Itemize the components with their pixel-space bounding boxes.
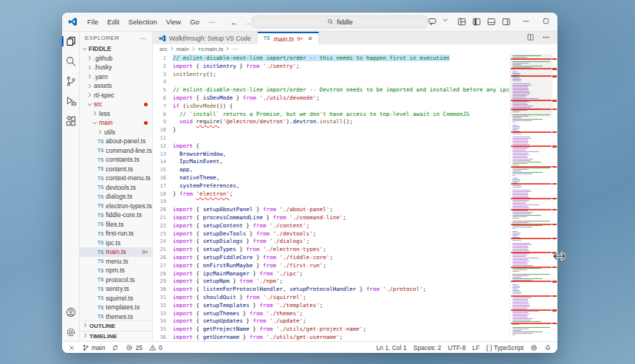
sidebar-item-menu-ts[interactable]: TSmenu.ts — [80, 257, 152, 267]
code-line[interactable]: 4 — [153, 78, 509, 86]
sidebar-item-github[interactable]: .github — [80, 54, 152, 63]
sidebar-item-main-ts[interactable]: TSmain.ts9+ — [80, 247, 152, 257]
sidebar-item-ipc-ts[interactable]: TSipc.ts — [80, 238, 152, 248]
code-line[interactable]: 22import { setupContent } from './conten… — [153, 222, 509, 230]
sidebar-item-files-ts[interactable]: TSfiles.ts — [80, 220, 152, 230]
sidebar-item-src[interactable]: src — [80, 100, 152, 109]
sidebar-item-context-menu-ts[interactable]: TScontext-menu.ts — [80, 174, 152, 183]
status-spaces-2[interactable]: Spaces: 2 — [413, 344, 442, 351]
status-ln-1-col-1[interactable]: Ln 1, Col 1 — [377, 344, 407, 351]
sidebar-item-fiddle[interactable]: FIDDLE — [80, 44, 152, 54]
code-line[interactable]: 7if (isDevMode()) { — [153, 103, 509, 111]
menu-selection[interactable]: Selection — [124, 16, 162, 27]
menu-more[interactable]: ⋯ — [204, 16, 220, 27]
breadcrumb-item-src[interactable]: src — [159, 46, 168, 52]
forward-button[interactable]: → — [244, 18, 252, 27]
sidebar-item-devtools-ts[interactable]: TSdevtools.ts — [80, 183, 152, 193]
code-line[interactable]: 31import { shouldQuit } from './squirrel… — [153, 294, 509, 302]
menu-view[interactable]: View — [162, 16, 185, 27]
sidebar-item-rtl-spec[interactable]: rtl-spec — [80, 91, 152, 100]
code-line[interactable]: 9 void require('@electron/devtron').devt… — [153, 118, 509, 126]
minimap-slider[interactable] — [510, 54, 552, 117]
code-line[interactable]: 26import { setupFiddleCore } from './fid… — [153, 254, 509, 262]
status-sync-icon[interactable] — [111, 344, 119, 351]
menu-edit[interactable]: Edit — [103, 16, 123, 27]
code-line[interactable]: 35import { getProjectName } from './util… — [153, 326, 509, 334]
sidebar-item-templates-ts[interactable]: TStemplates.ts — [80, 303, 152, 312]
code-line[interactable]: 30import { listenForProtocolHandler, set… — [153, 286, 509, 294]
code-line[interactable]: 6import { isDevMode } from './utils/devm… — [153, 95, 509, 103]
sidebar-item-themes-ts[interactable]: TSthemes.ts — [80, 312, 152, 321]
code-line[interactable]: 23import { setupDevTools } from './devto… — [153, 230, 509, 238]
status-lf[interactable]: LF — [473, 344, 480, 351]
sidebar-item-utils[interactable]: utils — [80, 128, 152, 137]
code-line[interactable]: 17 systemPreferences, — [153, 182, 509, 190]
breadcrumb-item-main-ts[interactable]: TSmain.ts — [198, 46, 223, 52]
maximize-icon[interactable] — [542, 17, 552, 27]
sidebar-item-protocol-ts[interactable]: TSprotocol.ts — [80, 275, 152, 285]
minimap[interactable] — [509, 54, 552, 341]
close-tab-icon[interactable]: ✕ — [308, 35, 313, 42]
code-line[interactable]: 13 BrowserWindow, — [153, 151, 509, 159]
code-line[interactable]: 18} from 'electron'; — [153, 190, 509, 199]
toggle-primary-sidebar-icon[interactable] — [472, 17, 481, 27]
extensions-icon[interactable] — [65, 115, 77, 127]
code-line[interactable]: 36import { getUsername } from './utils/g… — [153, 334, 509, 341]
sidebar-item-yarn[interactable]: .yarn — [80, 72, 152, 82]
more-actions-icon[interactable] — [542, 33, 552, 43]
sidebar-item-electron-types-ts[interactable]: TSelectron-types.ts — [80, 202, 152, 211]
status-typescript[interactable]: { } TypeScript — [487, 344, 524, 351]
sidebar-item-squirrel-ts[interactable]: TSsquirrel.ts — [80, 294, 152, 303]
sidebar-more-actions[interactable]: ⋯ — [140, 35, 147, 42]
code-line[interactable]: 8 // `install` returns a Promise, but we… — [153, 111, 509, 119]
code-line[interactable]: 1// eslint-disable-next-line import/orde… — [153, 55, 509, 63]
toggle-panel-icon[interactable] — [487, 17, 496, 27]
sidebar-item-main[interactable]: main — [80, 118, 152, 128]
sidebar-item-fiddle-core-ts[interactable]: TSfiddle-core.ts — [80, 210, 152, 220]
status-utf-8[interactable]: UTF-8 — [448, 344, 466, 351]
source-control-icon[interactable] — [65, 75, 77, 87]
back-button[interactable]: ← — [230, 18, 238, 27]
sidebar-item-first-run-ts[interactable]: TSfirst-run.ts — [80, 229, 152, 238]
code-line[interactable]: 24import { setupDialogs } from './dialog… — [153, 238, 509, 246]
code-line[interactable]: 15 app, — [153, 166, 509, 174]
sidebar-item-command-line-ts[interactable]: TScommand-line.ts — [80, 146, 152, 156]
sidebar-item-sentry-ts[interactable]: TSsentry.ts — [80, 284, 152, 294]
code-line[interactable]: 32import { setupTemplates } from './temp… — [153, 302, 509, 310]
sidebar-item-about-panel-ts[interactable]: TSabout-panel.ts — [80, 137, 152, 146]
toggle-secondary-sidebar-icon[interactable] — [501, 17, 511, 27]
sidebar-item-less[interactable]: less — [80, 109, 152, 119]
code-line[interactable]: 25import { setupTypes } from './electron… — [153, 246, 509, 254]
split-editor-icon[interactable] — [526, 33, 536, 43]
code-line[interactable]: 33import { setupThemes } from './themes'… — [153, 310, 509, 318]
sidebar-item-npm-ts[interactable]: TSnpm.ts — [80, 266, 152, 275]
code-line[interactable]: 28import { ipcMainManager } from './ipc'… — [153, 270, 509, 278]
sidebar-item-husky[interactable]: .husky — [80, 63, 152, 72]
code-line[interactable]: 21import { processCommandLine } from './… — [153, 214, 509, 222]
breadcrumb-item-more[interactable]: ⋯ — [232, 46, 238, 52]
sidebar-item-assets[interactable]: assets — [80, 81, 152, 91]
accounts-icon[interactable] — [65, 306, 77, 318]
code-line[interactable]: 11 — [153, 134, 509, 142]
code-line[interactable]: 5// eslint-disable-next-line import/orde… — [153, 86, 509, 95]
status-remote-icon[interactable] — [68, 344, 75, 351]
menu-go[interactable]: Go — [185, 16, 204, 27]
sidebar-item-dialogs-ts[interactable]: TSdialogs.ts — [80, 192, 152, 202]
code-line[interactable]: 14 IpcMainEvent, — [153, 158, 509, 166]
sidebar-item-content-ts[interactable]: TScontent.ts — [80, 165, 152, 174]
code-line[interactable]: 20import { setupAboutPanel } from './abo… — [153, 206, 509, 214]
code-line[interactable]: 19 — [153, 198, 509, 206]
chevron-down-icon[interactable] — [442, 17, 452, 27]
tab-main-ts[interactable]: TSmain.ts9+✕ — [258, 32, 320, 44]
command-center-search[interactable]: fiddle — [252, 16, 428, 28]
timeline-section[interactable]: TIMELINE — [80, 331, 152, 341]
minimize-icon[interactable] — [522, 17, 532, 27]
status-feedback-smiley-icon[interactable] — [530, 344, 538, 351]
menu-file[interactable]: File — [83, 16, 103, 27]
chat-icon[interactable] — [428, 17, 437, 27]
layout-customize-icon[interactable] — [457, 17, 467, 27]
code-editor[interactable]: 1// eslint-disable-next-line import/orde… — [153, 54, 509, 341]
run-debug-icon[interactable] — [65, 95, 77, 107]
overview-ruler[interactable] — [552, 54, 557, 341]
code-line[interactable]: 29import { setupNpm } from './npm'; — [153, 278, 509, 286]
